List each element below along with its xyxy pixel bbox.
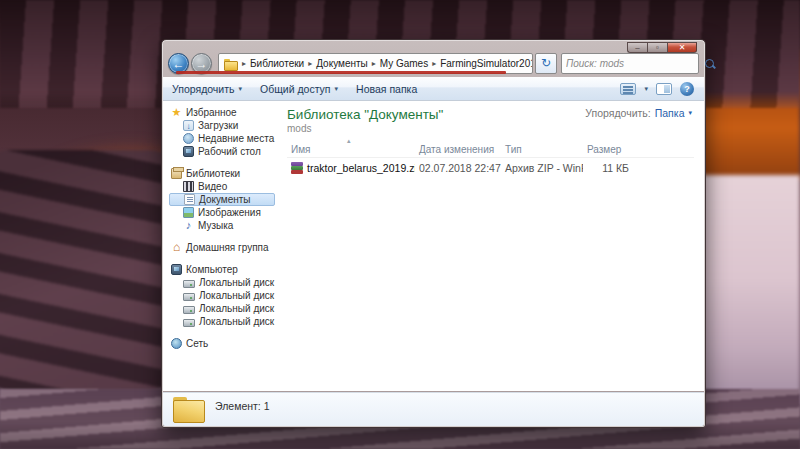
libraries-group: Библиотеки Видео Документы Изображения	[169, 167, 275, 232]
homegroup-group: ⌂ Домашняя группа	[169, 241, 275, 254]
file-type-cell: Архив ZIP - WinR...	[501, 161, 583, 175]
column-headers: ▴ Имя Дата изменения Тип Размер	[287, 144, 694, 158]
drive-icon	[183, 319, 195, 327]
share-button[interactable]: Общий доступ ▾	[251, 80, 347, 98]
video-label: Видео	[198, 181, 227, 192]
file-row[interactable]: traktor_belarus_2019.zip 02.07.2018 22:4…	[287, 161, 694, 175]
arrange-by-control: Упорядочить: Папка ▾	[585, 107, 694, 119]
disk-d-label: Локальный диск (D:)	[199, 290, 275, 301]
wallpaper-sky-haze	[700, 175, 800, 405]
desktop-icon	[183, 146, 194, 157]
sort-ascending-icon: ▴	[347, 137, 351, 145]
desktop: – ▫ ✕ ← → ▸ Библиотеки ▸ Документы ▸ My …	[0, 0, 800, 449]
new-folder-button[interactable]: Новая папка	[347, 80, 426, 98]
sidebar-item-downloads[interactable]: ↓ Загрузки	[169, 119, 275, 132]
new-folder-label: Новая папка	[356, 83, 417, 95]
disk-g-label: Локальный диск (G:)	[199, 316, 275, 327]
sidebar-item-disk-g[interactable]: Локальный диск (G:)	[169, 315, 275, 328]
views-icon[interactable]	[620, 83, 636, 95]
sidebar-item-documents[interactable]: Документы	[169, 193, 275, 206]
network-group: Сеть	[169, 337, 275, 350]
library-header: Библиотека "Документы" Упорядочить: Папк…	[287, 107, 694, 122]
sidebar-item-computer[interactable]: Компьютер	[169, 263, 275, 276]
sidebar-item-disk-f[interactable]: Локальный диск (F:)	[169, 302, 275, 315]
pictures-label: Изображения	[198, 207, 261, 218]
sidebar-item-network[interactable]: Сеть	[169, 337, 275, 350]
drive-icon	[183, 306, 195, 314]
refresh-icon: ↻	[541, 56, 551, 70]
wallpaper-left-rock	[0, 150, 180, 390]
file-size-cell: 11 КБ	[583, 161, 645, 175]
share-label: Общий доступ	[260, 83, 331, 95]
back-icon: ←	[173, 57, 185, 71]
drive-icon	[183, 293, 195, 301]
computer-icon	[171, 264, 182, 275]
explorer-window: – ▫ ✕ ← → ▸ Библиотеки ▸ Документы ▸ My …	[161, 39, 706, 428]
preview-pane-icon[interactable]	[656, 83, 672, 95]
sidebar-item-recent-places[interactable]: Недавние места	[169, 132, 275, 145]
file-name: traktor_belarus_2019.zip	[307, 162, 415, 174]
chevron-down-icon[interactable]: ▾	[644, 85, 648, 93]
favorites-label: Избранное	[186, 107, 237, 118]
computer-label: Компьютер	[186, 264, 238, 275]
refresh-button[interactable]: ↻	[535, 53, 557, 74]
column-header-type[interactable]: Тип	[501, 144, 583, 155]
command-toolbar: Упорядочить ▾ Общий доступ ▾ Новая папка…	[163, 77, 704, 101]
search-icon[interactable]	[704, 58, 716, 70]
column-header-modified[interactable]: Дата изменения	[415, 144, 501, 155]
folder-icon	[224, 59, 236, 69]
network-icon	[171, 338, 182, 349]
disk-c-label: Локальный диск (C:)	[199, 277, 275, 288]
arrange-label: Упорядочить:	[585, 107, 650, 119]
recent-places-label: Недавние места	[198, 133, 274, 144]
file-list-pane: Библиотека "Документы" Упорядочить: Папк…	[275, 101, 704, 391]
downloads-icon: ↓	[183, 120, 194, 131]
search-input[interactable]	[562, 58, 704, 69]
chevron-down-icon: ▾	[238, 85, 242, 93]
chevron-right-icon: ▸	[430, 59, 438, 68]
sidebar-item-favorites[interactable]: ★ Избранное	[169, 106, 275, 119]
star-icon: ★	[171, 107, 182, 118]
zip-archive-icon	[291, 162, 303, 174]
sidebar-item-disk-d[interactable]: Локальный диск (D:)	[169, 289, 275, 302]
column-header-name[interactable]: ▴ Имя	[287, 144, 415, 155]
breadcrumb-mygames[interactable]: My Games	[378, 58, 430, 69]
items-count-text: Элемент: 1	[215, 400, 270, 412]
music-icon: ♪	[183, 220, 194, 231]
organize-button[interactable]: Упорядочить ▾	[163, 80, 251, 98]
desktop-label: Рабочий стол	[198, 146, 261, 157]
chevron-down-icon[interactable]: ▾	[688, 109, 692, 117]
libraries-label: Библиотеки	[186, 168, 240, 179]
location-subtitle: mods	[287, 123, 694, 134]
organize-label: Упорядочить	[172, 83, 234, 95]
disk-f-label: Локальный диск (F:)	[199, 303, 275, 314]
chevron-right-icon: ▸	[240, 59, 248, 68]
arrange-value-dropdown[interactable]: Папка	[655, 107, 685, 119]
sidebar-item-music[interactable]: ♪ Музыка	[169, 219, 275, 232]
column-header-size[interactable]: Размер	[583, 144, 645, 155]
file-name-cell: traktor_belarus_2019.zip	[287, 161, 415, 175]
video-icon	[183, 181, 194, 192]
breadcrumb-libraries[interactable]: Библиотеки	[248, 58, 306, 69]
library-title: Библиотека "Документы"	[287, 107, 443, 122]
folder-large-icon	[173, 397, 203, 421]
sidebar-item-video[interactable]: Видео	[169, 180, 275, 193]
breadcrumb-farmingsimulator2019[interactable]: FarmingSimulator2019	[438, 58, 533, 69]
sidebar-item-homegroup[interactable]: ⌂ Домашняя группа	[169, 241, 275, 254]
details-pane: Элемент: 1	[163, 392, 704, 426]
music-label: Музыка	[198, 220, 233, 231]
sidebar-item-disk-c[interactable]: Локальный диск (C:)	[169, 276, 275, 289]
help-icon[interactable]: ?	[680, 82, 694, 96]
forward-icon: →	[196, 57, 208, 71]
recent-places-icon	[183, 133, 194, 144]
red-annotation-underline	[176, 71, 506, 74]
sidebar-item-libraries[interactable]: Библиотеки	[169, 167, 275, 180]
breadcrumb-documents[interactable]: Документы	[314, 58, 370, 69]
homegroup-icon: ⌂	[171, 242, 182, 253]
libraries-icon	[171, 168, 182, 179]
navigation-pane: ★ Избранное ↓ Загрузки Недавние места Ра…	[163, 101, 275, 391]
documents-icon	[184, 194, 195, 205]
downloads-label: Загрузки	[198, 120, 238, 131]
sidebar-item-desktop[interactable]: Рабочий стол	[169, 145, 275, 158]
sidebar-item-pictures[interactable]: Изображения	[169, 206, 275, 219]
